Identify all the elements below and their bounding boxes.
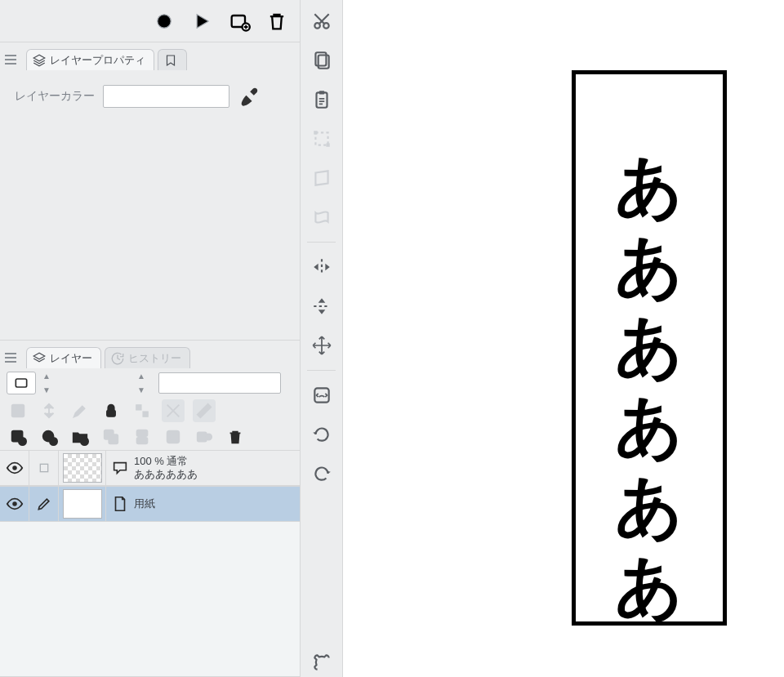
svg-rect-7 bbox=[136, 405, 141, 410]
layer-actions-row bbox=[0, 424, 300, 450]
speech-balloon-text[interactable]: ああああああ bbox=[604, 108, 694, 588]
timeline-transport bbox=[0, 0, 300, 42]
svg-point-24 bbox=[12, 501, 17, 506]
tab-layers[interactable]: レイヤー bbox=[26, 347, 101, 368]
square-icon bbox=[38, 461, 51, 474]
svg-rect-16 bbox=[137, 430, 148, 436]
tab-history[interactable]: ヒストリー bbox=[105, 347, 190, 368]
ruler-toggle-button[interactable] bbox=[193, 399, 216, 422]
rotate-left-icon[interactable] bbox=[307, 420, 336, 449]
svg-point-5 bbox=[16, 408, 20, 413]
svg-point-0 bbox=[158, 14, 171, 27]
svg-point-19 bbox=[170, 434, 176, 439]
layer-name: 用紙 bbox=[134, 497, 155, 510]
layer-panel-tabbar: レイヤー ヒストリー bbox=[0, 341, 300, 368]
new-clip-icon[interactable] bbox=[228, 10, 251, 33]
layer-opacity-line: 100 % 通常 bbox=[134, 455, 198, 468]
cut-icon[interactable] bbox=[307, 7, 336, 36]
svg-rect-31 bbox=[315, 132, 327, 145]
tab-sub-view[interactable] bbox=[158, 49, 187, 70]
tab-label: レイヤープロパティ bbox=[50, 53, 145, 68]
blend-opacity-row bbox=[0, 368, 300, 398]
svg-rect-3 bbox=[16, 379, 26, 387]
lock-transparent-button[interactable] bbox=[131, 399, 154, 422]
svg-rect-33 bbox=[326, 143, 329, 146]
toolbar-separator bbox=[307, 370, 336, 371]
svg-rect-15 bbox=[109, 434, 118, 443]
eyedropper-icon[interactable] bbox=[238, 85, 261, 108]
reference-layer-button[interactable] bbox=[38, 399, 60, 422]
layer-row[interactable]: 用紙 bbox=[0, 486, 300, 522]
panel-layers: レイヤー ヒストリー bbox=[0, 341, 300, 677]
layer-stack-icon bbox=[32, 53, 47, 68]
delete-icon[interactable] bbox=[265, 10, 288, 33]
settings-icon[interactable] bbox=[307, 648, 336, 677]
svg-point-22 bbox=[12, 465, 17, 470]
layer-info: 100 % 通常 ああああああ bbox=[106, 455, 198, 480]
paper-layer-icon bbox=[111, 495, 129, 513]
layer-properties-tabbar: レイヤープロパティ bbox=[0, 42, 300, 70]
right-vertical-toolbar bbox=[301, 0, 343, 677]
transfer-down-button[interactable] bbox=[100, 425, 122, 448]
bookmark-icon bbox=[163, 53, 178, 68]
palette-color-stepper[interactable] bbox=[42, 372, 57, 394]
play-icon[interactable] bbox=[190, 10, 213, 33]
move-icon[interactable] bbox=[307, 331, 336, 360]
panel-menu-icon[interactable] bbox=[3, 52, 18, 67]
new-folder-button[interactable] bbox=[69, 425, 91, 448]
tab-layer-properties[interactable]: レイヤープロパティ bbox=[26, 49, 154, 70]
paste-icon[interactable] bbox=[307, 85, 336, 114]
svg-rect-29 bbox=[316, 92, 327, 107]
opacity-field[interactable] bbox=[158, 372, 281, 394]
layer-name: ああああああ bbox=[134, 468, 198, 481]
canvas[interactable]: ああああああ bbox=[343, 0, 784, 677]
free-transform-icon[interactable] bbox=[307, 163, 336, 193]
new-raster-layer-button[interactable] bbox=[7, 425, 29, 448]
svg-point-21 bbox=[206, 434, 212, 439]
svg-rect-32 bbox=[314, 131, 317, 134]
flip-vertical-icon[interactable] bbox=[307, 292, 336, 321]
svg-rect-8 bbox=[143, 412, 148, 416]
rotate-right-icon[interactable] bbox=[307, 459, 336, 488]
flip-horizontal-icon[interactable] bbox=[307, 252, 336, 282]
apply-mask-button[interactable] bbox=[193, 425, 216, 448]
link-toggle[interactable] bbox=[29, 451, 59, 485]
draw-target-indicator[interactable] bbox=[29, 487, 59, 521]
copy-icon[interactable] bbox=[307, 46, 336, 75]
layer-flags-row bbox=[0, 398, 300, 424]
tab-label: レイヤー bbox=[50, 351, 92, 366]
panel-menu-icon[interactable] bbox=[3, 350, 18, 365]
layer-row[interactable]: 100 % 通常 ああああああ bbox=[0, 450, 300, 486]
pencil-icon bbox=[36, 496, 52, 512]
new-vector-layer-button[interactable] bbox=[38, 425, 60, 448]
clip-mask-button[interactable] bbox=[7, 399, 29, 422]
draft-layer-button[interactable] bbox=[69, 399, 91, 422]
layer-properties-body: レイヤーカラー bbox=[0, 70, 300, 340]
visibility-toggle[interactable] bbox=[0, 487, 29, 521]
merge-down-button[interactable] bbox=[131, 425, 154, 448]
layer-thumbnail[interactable] bbox=[59, 487, 106, 521]
tab-label: ヒストリー bbox=[128, 351, 181, 366]
set-reference-button[interactable] bbox=[162, 399, 185, 422]
convert-layer-icon[interactable] bbox=[307, 381, 336, 410]
layers-icon bbox=[32, 351, 47, 366]
delete-layer-button[interactable] bbox=[224, 425, 247, 448]
panel-stack: レイヤープロパティ レイヤーカラー bbox=[0, 0, 301, 677]
lock-button[interactable] bbox=[100, 399, 122, 422]
mesh-transform-icon[interactable] bbox=[307, 203, 336, 232]
svg-rect-30 bbox=[318, 91, 324, 94]
history-icon bbox=[110, 351, 125, 366]
svg-rect-6 bbox=[107, 410, 116, 416]
create-mask-button[interactable] bbox=[162, 425, 185, 448]
panel-layer-properties: レイヤープロパティ レイヤーカラー bbox=[0, 42, 300, 341]
speech-balloon[interactable]: ああああああ bbox=[572, 70, 727, 626]
layer-thumbnail[interactable] bbox=[59, 451, 106, 485]
layer-color-swatch[interactable] bbox=[103, 85, 229, 108]
palette-color-dropdown[interactable] bbox=[7, 372, 36, 394]
balloon-layer-icon bbox=[111, 459, 129, 477]
record-icon[interactable] bbox=[153, 10, 176, 33]
svg-rect-17 bbox=[137, 438, 148, 443]
visibility-toggle[interactable] bbox=[0, 451, 29, 485]
opacity-stepper[interactable] bbox=[137, 372, 152, 394]
scale-icon[interactable] bbox=[307, 124, 336, 154]
